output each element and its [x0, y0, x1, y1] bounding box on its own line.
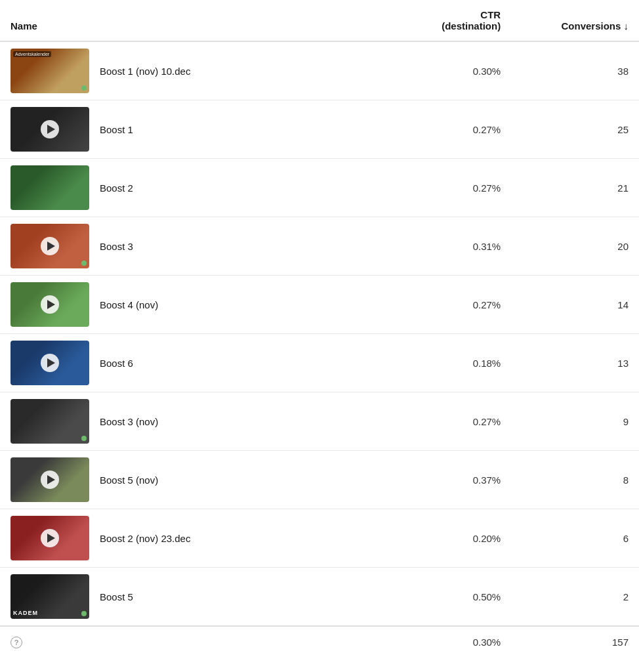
- item-name-1: Boost 1 (nov) 10.dec: [100, 66, 190, 77]
- thumbnail-3: [10, 165, 89, 210]
- thumbnail-8: [10, 457, 89, 502]
- thumbnail-2: [10, 107, 89, 152]
- conversions-cell-2: 25: [511, 100, 639, 159]
- ctr-cell-9: 0.20%: [383, 509, 511, 568]
- play-icon[interactable]: [41, 529, 59, 547]
- conversions-cell-4: 20: [511, 217, 639, 276]
- table-row: Boost 20.27%21: [0, 159, 639, 217]
- table-row: AdventskalenderBoost 1 (nov) 10.dec0.30%…: [0, 41, 639, 100]
- conversions-cell-3: 21: [511, 159, 639, 217]
- ctr-cell-10: 0.50%: [383, 568, 511, 627]
- ctr-cell-7: 0.27%: [383, 392, 511, 451]
- play-icon[interactable]: [41, 471, 59, 489]
- table-row: Boost 10.27%25: [0, 100, 639, 159]
- thumbnail-4: [10, 224, 89, 268]
- name-cell-1[interactable]: AdventskalenderBoost 1 (nov) 10.dec: [0, 41, 383, 100]
- footer-help: ?: [0, 626, 383, 658]
- table-row: Boost 30.31%20: [0, 217, 639, 276]
- table-row: Boost 4 (nov)0.27%14: [0, 276, 639, 334]
- footer-row: ? 0.30% 157: [0, 626, 639, 658]
- play-icon[interactable]: [41, 295, 59, 314]
- conversions-cell-8: 8: [511, 451, 639, 509]
- thumbnail-9: [10, 516, 89, 560]
- name-cell-10[interactable]: KADEMBoost 5: [0, 568, 383, 627]
- conversions-cell-7: 9: [511, 392, 639, 451]
- conversions-cell-10: 2: [511, 568, 639, 627]
- thumbnail-10: KADEM: [10, 574, 89, 619]
- play-icon[interactable]: [41, 120, 59, 138]
- play-icon[interactable]: [41, 354, 59, 372]
- table-row: Boost 2 (nov) 23.dec0.20%6: [0, 509, 639, 568]
- thumbnail-1: Adventskalender: [10, 49, 89, 93]
- item-name-10: Boost 5: [100, 591, 133, 602]
- thumbnail-7: [10, 399, 89, 444]
- item-name-5: Boost 4 (nov): [100, 299, 158, 310]
- table-row: Boost 60.18%13: [0, 334, 639, 392]
- item-name-8: Boost 5 (nov): [100, 474, 158, 486]
- name-cell-7[interactable]: Boost 3 (nov): [0, 392, 383, 451]
- name-cell-6[interactable]: Boost 6: [0, 334, 383, 392]
- col-header-ctr[interactable]: CTR(destination): [383, 0, 511, 41]
- ctr-cell-4: 0.31%: [383, 217, 511, 276]
- name-cell-3[interactable]: Boost 2: [0, 159, 383, 217]
- item-name-3: Boost 2: [100, 182, 133, 194]
- ctr-cell-8: 0.37%: [383, 451, 511, 509]
- ctr-cell-1: 0.30%: [383, 41, 511, 100]
- name-cell-5[interactable]: Boost 4 (nov): [0, 276, 383, 334]
- conversions-cell-6: 13: [511, 334, 639, 392]
- name-cell-4[interactable]: Boost 3: [0, 217, 383, 276]
- table-container: Name CTR(destination) Conversions ↓ Adve…: [0, 0, 639, 672]
- conversions-cell-1: 38: [511, 41, 639, 100]
- item-name-9: Boost 2 (nov) 23.dec: [100, 533, 190, 544]
- conversions-cell-5: 14: [511, 276, 639, 334]
- ctr-cell-6: 0.18%: [383, 334, 511, 392]
- header-row: Name CTR(destination) Conversions ↓: [0, 0, 639, 41]
- name-cell-8[interactable]: Boost 5 (nov): [0, 451, 383, 509]
- item-name-7: Boost 3 (nov): [100, 416, 158, 427]
- data-table: Name CTR(destination) Conversions ↓ Adve…: [0, 0, 639, 658]
- col-header-name[interactable]: Name: [0, 0, 383, 41]
- help-icon[interactable]: ?: [10, 637, 22, 648]
- thumbnail-5: [10, 282, 89, 327]
- name-cell-9[interactable]: Boost 2 (nov) 23.dec: [0, 509, 383, 568]
- conversions-cell-9: 6: [511, 509, 639, 568]
- table-row: Boost 3 (nov)0.27%9: [0, 392, 639, 451]
- footer-conversions: 157: [511, 626, 639, 658]
- ctr-cell-5: 0.27%: [383, 276, 511, 334]
- play-icon[interactable]: [41, 237, 59, 255]
- item-name-6: Boost 6: [100, 358, 133, 369]
- col-header-conversions[interactable]: Conversions ↓: [511, 0, 639, 41]
- thumbnail-6: [10, 341, 89, 385]
- ctr-cell-2: 0.27%: [383, 100, 511, 159]
- ctr-cell-3: 0.27%: [383, 159, 511, 217]
- item-name-4: Boost 3: [100, 241, 133, 252]
- footer-ctr: 0.30%: [383, 626, 511, 658]
- table-row: KADEMBoost 50.50%2: [0, 568, 639, 627]
- table-row: Boost 5 (nov)0.37%8: [0, 451, 639, 509]
- name-cell-2[interactable]: Boost 1: [0, 100, 383, 159]
- item-name-2: Boost 1: [100, 124, 133, 135]
